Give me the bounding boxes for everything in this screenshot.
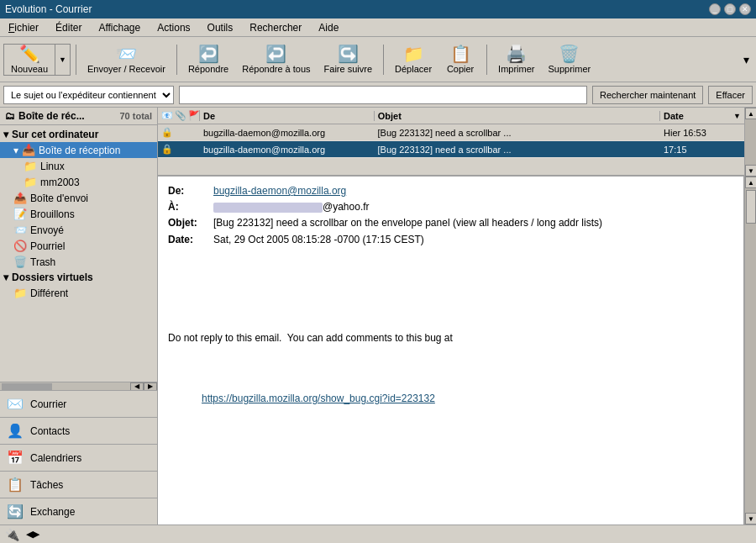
- email-view-scrollbar[interactable]: ▲ ▼: [744, 177, 756, 525]
- sidebar-item-junk[interactable]: 🚫 Pourriel: [0, 238, 157, 254]
- to-domain: @yahoo.fr: [323, 201, 370, 213]
- tasks-nav-label: Tâches: [30, 479, 63, 491]
- reply-all-button[interactable]: ↩️ Répondre à tous: [236, 40, 316, 79]
- menu-actions[interactable]: Actions: [152, 20, 195, 35]
- sort-arrow: ▼: [733, 112, 741, 120]
- to-value: @yahoo.fr: [213, 199, 370, 215]
- new-icon: ✏️: [19, 45, 40, 62]
- email-view-scroll-down[interactable]: ▼: [745, 513, 756, 525]
- email-row-1[interactable]: 🔒 bugzilla-daemon@mozilla.org [Bug 22313…: [158, 124, 744, 141]
- email-date-row: Date: Sat, 29 Oct 2005 08:15:28 -0700 (1…: [168, 232, 733, 248]
- inbox-label: Boîte de réception: [39, 145, 120, 156]
- print-label: Imprimer: [498, 64, 534, 74]
- contacts-nav-icon: 👤: [7, 423, 24, 439]
- new-label: Nouveau: [11, 64, 48, 74]
- menu-aide[interactable]: Aide: [313, 20, 344, 35]
- sidebar-item-inbox[interactable]: ▾ 📥 Boîte de réception: [0, 142, 157, 158]
- sidebar-nav-exchange[interactable]: 🔄 Exchange: [0, 498, 157, 525]
- email-header-section: De: bugzilla-daemon@mozilla.org À: @yaho…: [168, 183, 733, 248]
- email-list-scrollbar[interactable]: ▲ ▼: [744, 108, 756, 177]
- menu-rechercher[interactable]: Rechercher: [244, 20, 307, 35]
- email-view-area: De: bugzilla-daemon@mozilla.org À: @yaho…: [158, 177, 756, 525]
- col-from[interactable]: De: [200, 111, 375, 121]
- bugzilla-link-1[interactable]: https://bugzilla.mozilla.org/show_bug.cg…: [202, 393, 435, 404]
- reply-all-icon: ↩️: [265, 45, 286, 62]
- sidebar-item-trash[interactable]: 🗑️ Trash: [0, 254, 157, 270]
- sidebar-virtual-section[interactable]: ▾ Dossiers virtuels: [0, 270, 157, 285]
- email-1-from: bugzilla-daemon@mozilla.org: [200, 128, 375, 138]
- reply-button[interactable]: ↩️ Répondre: [182, 40, 234, 79]
- print-button[interactable]: 🖨️ Imprimer: [492, 40, 540, 79]
- sidebar-scroll-right[interactable]: ▶: [144, 382, 157, 391]
- calendar-nav-icon: 📅: [7, 450, 24, 466]
- filter-input[interactable]: [179, 86, 587, 104]
- email-list-scroll-down[interactable]: ▼: [745, 165, 756, 177]
- sidebar-inbox-header[interactable]: 🗂 Boîte de réc... 70 total: [0, 108, 157, 125]
- email-1-date: Hier 16:53: [660, 128, 744, 138]
- sidebar-nav-mail[interactable]: ✉️ Courrier: [0, 391, 157, 418]
- sidebar-item-outbox[interactable]: 📤 Boîte d'envoi: [0, 190, 157, 206]
- sidebar-nav-tasks[interactable]: 📋 Tâches: [0, 472, 157, 498]
- email-2-icons: 🔒: [158, 144, 200, 155]
- copy-button[interactable]: 📋 Copier: [439, 40, 481, 79]
- to-label: À:: [168, 199, 210, 215]
- from-link[interactable]: bugzilla-daemon@mozilla.org: [213, 185, 346, 197]
- new-button-main[interactable]: ✏️ Nouveau: [4, 44, 55, 76]
- sent-icon: 📨: [13, 224, 27, 236]
- sidebar-nav-contacts[interactable]: 👤 Contacts: [0, 418, 157, 445]
- new-button-container[interactable]: ✏️ Nouveau ▼: [3, 44, 71, 76]
- sidebar-nav: ✉️ Courrier 👤 Contacts 📅 Calendriers 📋 T…: [0, 390, 157, 525]
- filter-select[interactable]: Le sujet ou l'expéditeur contiennent: [3, 86, 174, 104]
- sidebar: 🗂 Boîte de réc... 70 total ▾ Sur cet ord…: [0, 108, 158, 525]
- menu-fichier[interactable]: Fichier: [3, 20, 44, 35]
- sidebar-scroll-left[interactable]: ◀: [130, 382, 144, 391]
- forward-button[interactable]: ↪️ Faire suivre: [318, 40, 378, 79]
- sidebar-item-different[interactable]: 📁 Différent: [0, 285, 157, 301]
- delete-button[interactable]: 🗑️ Supprimer: [542, 40, 596, 79]
- menu-editer[interactable]: Éditer: [50, 20, 87, 35]
- new-button-dropdown[interactable]: ▼: [55, 45, 70, 75]
- maximize-button[interactable]: □: [724, 3, 736, 15]
- search-now-button[interactable]: Rechercher maintenant: [592, 86, 703, 104]
- sidebar-inbox-label: Boîte de réc...: [18, 110, 85, 122]
- junk-icon: 🚫: [13, 240, 27, 252]
- mm2003-folder-icon: 📁: [24, 176, 37, 188]
- menu-affichage[interactable]: Affichage: [93, 20, 145, 35]
- sidebar-computer-section[interactable]: ▾ Sur cet ordinateur: [0, 127, 157, 142]
- subject-label: Objet:: [168, 215, 210, 231]
- clear-filter-button[interactable]: Effacer: [708, 86, 753, 104]
- email-list-area: 📧 📎 🚩 De Objet Date ▼ 🔒: [158, 108, 756, 177]
- sidebar-scrollbar[interactable]: ◀ ▶: [0, 382, 157, 390]
- sidebar-item-drafts[interactable]: 📝 Brouillons: [0, 206, 157, 222]
- forward-icon: ↪️: [338, 45, 359, 62]
- toolbar-separator-2: [176, 45, 177, 75]
- menu-outils[interactable]: Outils: [202, 20, 239, 35]
- folder-triangle: ▾: [13, 145, 18, 156]
- toolbar-overflow[interactable]: ▾: [740, 50, 753, 70]
- sidebar-nav-calendars[interactable]: 📅 Calendriers: [0, 445, 157, 472]
- col-subject[interactable]: Objet: [375, 111, 660, 121]
- outbox-icon: 📤: [13, 192, 27, 204]
- sidebar-item-mm2003[interactable]: 📁 mm2003: [0, 174, 157, 190]
- col-date[interactable]: Date ▼: [660, 111, 744, 121]
- email-list: 📧 📎 🚩 De Objet Date ▼ 🔒: [158, 108, 744, 175]
- email-view: De: bugzilla-daemon@mozilla.org À: @yaho…: [158, 177, 744, 525]
- toolbar-separator-4: [486, 45, 487, 75]
- body-spacer2: [168, 497, 733, 512]
- email-2-date: 17:15: [660, 145, 744, 155]
- send-receive-button[interactable]: 📨 Envoyer / Recevoir: [81, 40, 171, 79]
- title-bar: Evolution - Courrier _ □ ✕: [0, 0, 756, 18]
- minimize-button[interactable]: _: [709, 3, 721, 15]
- toolbar: ✏️ Nouveau ▼ 📨 Envoyer / Recevoir ↩️ Rép…: [0, 37, 756, 82]
- close-button[interactable]: ✕: [739, 3, 751, 15]
- move-button[interactable]: 📁 Déplacer: [389, 40, 438, 79]
- sidebar-item-linux[interactable]: 📁 Linux: [0, 158, 157, 174]
- email-list-scroll-up[interactable]: ▲: [745, 108, 756, 119]
- trash-icon: 🗑️: [13, 256, 27, 268]
- sidebar-scroll-thumb: [2, 383, 52, 390]
- toolbar-separator-3: [383, 45, 384, 75]
- sidebar-item-sent[interactable]: 📨 Envoyé: [0, 222, 157, 238]
- email-row-2[interactable]: 🔒 bugzilla-daemon@mozilla.org [Bug 22313…: [158, 141, 744, 158]
- email-view-scroll-up[interactable]: ▲: [745, 177, 756, 188]
- linux-label: Linux: [40, 161, 65, 172]
